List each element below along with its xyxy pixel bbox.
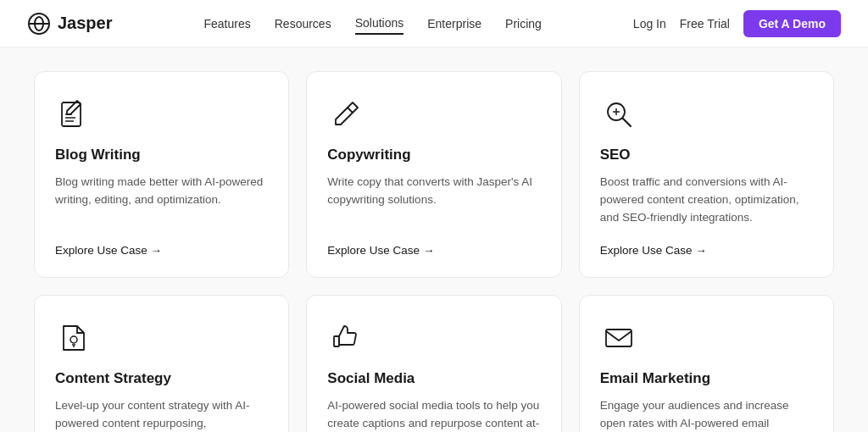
email-marketing-icon <box>600 319 637 357</box>
social-media-icon <box>327 319 364 357</box>
svg-rect-15 <box>334 336 339 346</box>
svg-rect-16 <box>606 330 632 346</box>
jasper-logo-icon <box>27 12 51 36</box>
mail-icon <box>604 323 634 353</box>
card-copywriting: Copywriting Write copy that converts wit… <box>306 71 561 278</box>
seo-title: SEO <box>600 147 813 163</box>
blog-writing-icon <box>55 96 92 133</box>
edit-icon <box>58 99 89 130</box>
card-seo: SEO Boost traffic and conversions with A… <box>579 71 834 278</box>
file-lightbulb-icon <box>58 323 89 353</box>
seo-icon <box>600 96 637 133</box>
nav-links: Features Resources Solutions Enterprise … <box>203 13 541 35</box>
blog-writing-title: Blog Writing <box>55 147 268 163</box>
nav-features[interactable]: Features <box>203 14 250 34</box>
card-email-marketing: Email Marketing Engage your audiences an… <box>579 295 834 432</box>
social-media-description: AI-powered social media tools to help yo… <box>327 397 540 432</box>
card-social-media: Social Media AI-powered social media too… <box>306 295 561 432</box>
copywriting-title: Copywriting <box>327 147 540 163</box>
search-icon <box>604 99 634 130</box>
get-demo-button[interactable]: Get A Demo <box>743 10 841 37</box>
copywriting-icon <box>327 96 364 133</box>
card-content-strategy: Content Strategy Level-up your content s… <box>34 295 289 432</box>
copywriting-description: Write copy that converts with Jasper's A… <box>327 174 540 227</box>
content-strategy-description: Level-up your content strategy with AI-p… <box>55 397 268 432</box>
svg-line-7 <box>348 108 353 113</box>
svg-line-9 <box>623 119 631 126</box>
content-strategy-title: Content Strategy <box>55 370 268 387</box>
thumbs-up-icon <box>331 323 361 353</box>
blog-writing-link[interactable]: Explore Use Case → <box>55 244 268 257</box>
seo-description: Boost traffic and conversions with AI-po… <box>600 174 813 227</box>
seo-link[interactable]: Explore Use Case → <box>600 244 813 257</box>
navbar-actions: Log In Free Trial Get A Demo <box>633 10 841 37</box>
nav-resources[interactable]: Resources <box>275 14 331 34</box>
pen-icon <box>331 99 361 130</box>
nav-pricing[interactable]: Pricing <box>505 14 542 34</box>
copywriting-link[interactable]: Explore Use Case → <box>327 244 540 257</box>
logo-text: Jasper <box>58 14 113 33</box>
login-button[interactable]: Log In <box>633 17 666 30</box>
logo[interactable]: Jasper <box>27 12 113 36</box>
card-blog-writing: Blog Writing Blog writing made better wi… <box>34 71 289 278</box>
main-content: Blog Writing Blog writing made better wi… <box>0 47 868 432</box>
email-marketing-title: Email Marketing <box>600 370 813 387</box>
cards-grid: Blog Writing Blog writing made better wi… <box>34 71 834 432</box>
nav-solutions[interactable]: Solutions <box>355 13 404 35</box>
social-media-title: Social Media <box>327 370 540 387</box>
content-strategy-icon <box>55 319 92 357</box>
email-marketing-description: Engage your audiences and increase open … <box>600 397 813 432</box>
free-trial-button[interactable]: Free Trial <box>680 17 730 30</box>
nav-enterprise[interactable]: Enterprise <box>427 14 481 34</box>
svg-point-12 <box>70 336 77 343</box>
blog-writing-description: Blog writing made better with AI-powered… <box>55 174 268 227</box>
navbar: Jasper Features Resources Solutions Ente… <box>0 0 868 47</box>
